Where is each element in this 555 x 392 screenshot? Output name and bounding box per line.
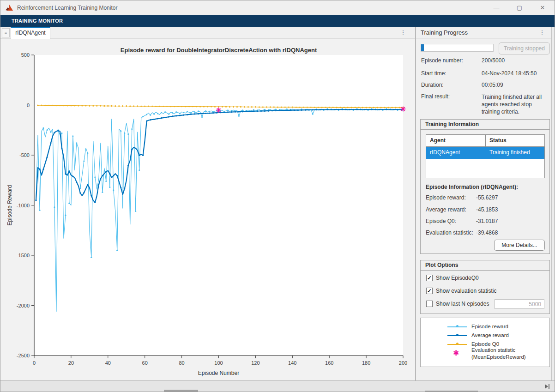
- app-window: Reinforcement Learning Training Monitor …: [0, 0, 555, 392]
- svg-text:120: 120: [251, 360, 259, 366]
- final-result-value: Training finished after all agents reach…: [482, 93, 551, 115]
- svg-text:200: 200: [399, 360, 407, 366]
- tab-options-menu-icon[interactable]: ⋮: [399, 28, 407, 37]
- training-stopped-button[interactable]: Training stopped: [499, 42, 550, 54]
- svg-text:160: 160: [325, 360, 333, 366]
- agent-status-table: Agent Status rIDQNAgent Training finishe…: [426, 134, 545, 178]
- start-time-label: Start time:: [421, 70, 480, 77]
- duration-value: 00:05:09: [482, 82, 551, 88]
- svg-text:500: 500: [21, 52, 30, 58]
- episode-reward-value: -55.6297: [476, 194, 545, 201]
- start-time-value: 04-Nov-2024 18:45:50: [482, 70, 551, 77]
- agent-cell: rIDQNAgent: [426, 147, 486, 159]
- window-title: Reinforcement Learning Training Monitor: [17, 5, 117, 11]
- episode-reward-dot-icon: [456, 325, 458, 327]
- average-reward-value: -45.1853: [476, 206, 545, 213]
- svg-text:0: 0: [33, 360, 36, 366]
- legend-evaluation-statistic: ✱ Evaluation statistic (MeanEpisodeRewar…: [421, 347, 549, 362]
- training-progress-header: Training Progress ⋮: [416, 27, 551, 39]
- legend-label: (MeanEpisodeReward): [471, 354, 526, 360]
- ribbon-bar: TRAINING MONITOR: [0, 15, 555, 27]
- legend-average-reward: Average reward: [421, 332, 549, 340]
- progress-bar-fill: [421, 44, 424, 51]
- episode-q0-dot-icon: [456, 343, 458, 345]
- evaluation-statistic-label: Evaluation statistic:: [426, 229, 477, 236]
- table-header-row: Agent Status: [426, 135, 544, 147]
- legend-label: Evaluation statistic: [471, 347, 515, 353]
- training-information-header: Training Information: [421, 120, 549, 130]
- show-episodeq0-checkbox[interactable]: [426, 275, 433, 281]
- average-reward-dot-icon: [456, 334, 458, 336]
- ribbon-tab-training-monitor[interactable]: TRAINING MONITOR: [12, 15, 63, 27]
- svg-text:20: 20: [68, 360, 74, 366]
- last-n-episodes-input[interactable]: [495, 299, 544, 309]
- final-result-label: Final result:: [421, 93, 480, 100]
- status-column-header[interactable]: Status: [486, 135, 544, 146]
- svg-text:140: 140: [288, 360, 296, 366]
- show-last-n-label: Show last N episodes: [436, 301, 489, 308]
- show-evaluation-label: Show evaluation statistic: [436, 288, 496, 295]
- svg-text:Episode Number: Episode Number: [198, 370, 239, 376]
- svg-text:0: 0: [27, 103, 30, 108]
- panel-options-menu-icon[interactable]: ⋮: [538, 28, 546, 37]
- svg-text:100: 100: [214, 360, 223, 366]
- maximize-button[interactable]: ▢: [516, 4, 523, 11]
- duration-label: Duration:: [421, 82, 480, 88]
- svg-text:60: 60: [142, 360, 148, 366]
- svg-text:80: 80: [179, 360, 184, 366]
- episode-q0-value: -31.0187: [476, 218, 545, 224]
- show-episodeq0-label: Show EpisodeQ0: [436, 275, 479, 282]
- background-artifact: [425, 391, 478, 392]
- expand-panel-icon[interactable]: [543, 384, 551, 389]
- agent-column-header[interactable]: Agent: [426, 135, 486, 146]
- episode-number-value: 200/5000: [482, 57, 551, 64]
- document-tab-strip: ≡ rIDQNAgent ⋮: [0, 27, 415, 39]
- svg-text:-1000: -1000: [17, 203, 30, 208]
- plot-options-section: Plot Options Show EpisodeQ0 Show evaluat…: [420, 260, 550, 314]
- evaluation-statistic-value: -39.4868: [476, 229, 545, 236]
- chart-legend: Episode reward Average reward Episode Q0…: [420, 318, 550, 367]
- matlab-logo-icon: [5, 5, 13, 11]
- svg-text:-500: -500: [19, 152, 30, 158]
- svg-text:40: 40: [105, 360, 111, 366]
- legend-label: Episode reward: [471, 323, 508, 331]
- svg-text:-2500: -2500: [17, 353, 30, 358]
- title-bar: Reinforcement Learning Training Monitor …: [0, 0, 555, 15]
- tab-rldqnagent[interactable]: rIDQNAgent: [11, 27, 50, 39]
- status-cell: Training finished: [486, 147, 544, 159]
- status-bar: [0, 380, 555, 392]
- plot-options-header: Plot Options: [421, 260, 549, 271]
- minimize-button[interactable]: —: [493, 4, 500, 11]
- collapsed-panel-strip[interactable]: [551, 27, 555, 380]
- tab-drag-handle-icon[interactable]: ≡: [2, 28, 10, 37]
- close-button[interactable]: ✕: [539, 4, 546, 11]
- training-progress-title: Training Progress: [421, 27, 468, 39]
- svg-text:-1500: -1500: [17, 253, 30, 258]
- svg-text:Episode Reward: Episode Reward: [6, 185, 13, 225]
- episode-information-title: Episode Information (rIDQNAgent):: [426, 184, 518, 190]
- training-progress-panel: Training Progress ⋮ Training stopped Epi…: [416, 27, 551, 380]
- figure-area: Episode reward for DoubleIntegratorDiscr…: [0, 39, 415, 380]
- training-progress-bar: [421, 44, 494, 52]
- asterisk-marker-icon: ✱: [453, 350, 459, 357]
- episode-reward-chart: Episode reward for DoubleIntegratorDiscr…: [0, 39, 415, 380]
- legend-episode-reward: Episode reward: [421, 323, 549, 331]
- show-last-n-checkbox[interactable]: [426, 301, 433, 307]
- show-evaluation-checkbox[interactable]: [426, 288, 433, 294]
- svg-text:180: 180: [362, 360, 370, 366]
- legend-label: Average reward: [471, 332, 509, 339]
- training-information-section: Training Information Agent Status rIDQNA…: [420, 119, 550, 254]
- more-details-button[interactable]: More Details...: [494, 240, 545, 251]
- svg-text:Episode reward for DoubleInteg: Episode reward for DoubleIntegratorDiscr…: [121, 47, 317, 54]
- background-artifact: [164, 390, 198, 392]
- svg-text:-2000: -2000: [17, 303, 30, 308]
- episode-number-label: Episode number:: [421, 57, 480, 64]
- table-row[interactable]: rIDQNAgent Training finished: [426, 147, 544, 159]
